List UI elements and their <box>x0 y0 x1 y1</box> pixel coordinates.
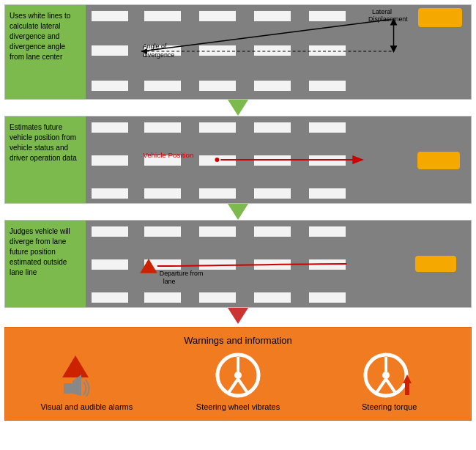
svg-text:Lateral: Lateral <box>372 8 392 15</box>
steering-vibrates-icon-area <box>215 353 261 397</box>
svg-text:Displacement: Displacement <box>368 15 408 23</box>
warnings-section: Warnings and information <box>4 327 472 421</box>
svg-text:lane: lane <box>163 278 176 285</box>
svg-marker-5 <box>390 45 398 53</box>
svg-point-19 <box>234 372 242 379</box>
lane-area-1: Angle of divergence Lateral Displacement <box>86 5 471 99</box>
svg-rect-16 <box>64 383 72 394</box>
svg-line-26 <box>376 379 386 393</box>
vehicle-1 <box>418 8 462 27</box>
side-label-2: Estimates future vehicle position from v… <box>5 117 86 203</box>
diagram-container: Uses white lines to calculate lateral di… <box>0 0 476 450</box>
visual-alarm-icon <box>61 354 112 396</box>
steering-wheel-icon <box>215 353 261 398</box>
warnings-icons-container: Visual and audible alarms <box>11 353 465 413</box>
svg-marker-4 <box>390 18 398 26</box>
svg-point-24 <box>382 372 390 379</box>
lane-area-3: Departure from lane <box>86 221 471 307</box>
svg-marker-15 <box>62 355 89 377</box>
svg-marker-17 <box>72 375 81 396</box>
arrow-connector-1 <box>4 100 472 116</box>
lane-section-3: Judges vehicle will diverge from lane fu… <box>4 220 472 308</box>
arrow-connector-3 <box>4 308 472 324</box>
svg-line-22 <box>238 379 248 393</box>
svg-text:Departure from: Departure from <box>160 270 204 277</box>
red-arrow-down <box>228 308 248 324</box>
lane-section-2: Estimates future vehicle position from v… <box>4 116 472 204</box>
green-arrow-1 <box>228 100 248 116</box>
steering-torque-icon <box>363 353 416 398</box>
vehicle-3 <box>415 256 456 272</box>
warnings-title: Warnings and information <box>11 335 465 346</box>
svg-marker-28 <box>403 375 412 383</box>
svg-line-27 <box>386 379 395 393</box>
side-label-1: Uses white lines to calculate lateral di… <box>5 5 86 99</box>
svg-rect-29 <box>405 383 409 395</box>
warning-label-steering-vibrates: Steering wheel vibrates <box>196 402 280 413</box>
warning-item-visual: Visual and audible alarms <box>35 353 138 413</box>
visual-alarm-icon-area <box>61 353 112 397</box>
svg-line-21 <box>228 379 238 393</box>
arrow-connector-2 <box>4 204 472 220</box>
warning-item-steering-vibrates: Steering wheel vibrates <box>187 353 289 413</box>
vehicle-2 <box>417 152 460 169</box>
warning-label-steering-torque: Steering torque <box>362 402 417 413</box>
green-arrow-2 <box>228 204 248 220</box>
lane-section-1: Uses white lines to calculate lateral di… <box>4 4 472 100</box>
warning-label-visual: Visual and audible alarms <box>40 402 133 413</box>
steering-torque-icon-area <box>363 353 416 397</box>
warning-item-steering-torque: Steering torque <box>338 353 441 413</box>
lane-area-2: Vehicle Position <box>86 117 471 203</box>
side-label-3: Judges vehicle will diverge from lane fu… <box>5 221 86 307</box>
